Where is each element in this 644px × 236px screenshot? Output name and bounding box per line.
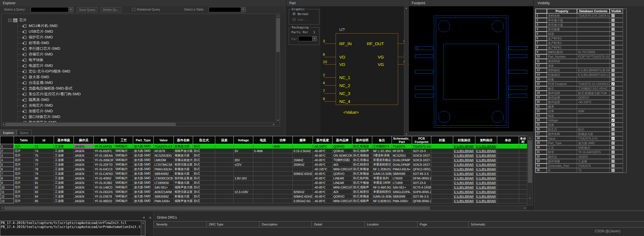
- table-cell[interactable]: E:\LIB\LIBRAR: [475, 190, 497, 194]
- table-cell[interactable]: 卧式;低噪声: [352, 149, 372, 153]
- checkbox-checked-icon[interactable]: ✓: [611, 96, 615, 99]
- table-cell[interactable]: [234, 181, 253, 185]
- table-cell[interactable]: NF:1.3/1.95G: [372, 149, 392, 153]
- table-row[interactable]: 13芯片85工业级JASENYF-IS-9BD22SMD贴片放大器-SMDPMA…: [0, 199, 527, 203]
- table-row[interactable]: 7芯片79工业级JASENYF-IS-CAF6DSMD贴片放大器-SMDSBB4…: [0, 171, 527, 176]
- table-cell[interactable]: [519, 181, 527, 185]
- row-number-cell[interactable]: 13: [0, 199, 14, 203]
- table-cell[interactable]: TGA2576-10-: [412, 144, 431, 149]
- table-cell[interactable]: 81: [34, 181, 54, 185]
- table-cell[interactable]: [215, 190, 234, 194]
- table-cell[interactable]: [519, 171, 527, 176]
- table-cell[interactable]: QFN8-0R66-3: [412, 199, 431, 203]
- results-column-header[interactable]: 工艺: [114, 136, 133, 144]
- table-cell[interactable]: JASEN: [74, 149, 94, 153]
- table-cell[interactable]: [215, 158, 234, 162]
- table-cell[interactable]: 卧式;低噪声: [352, 199, 372, 203]
- horizontal-splitter[interactable]: [0, 210, 644, 211]
- table-cell[interactable]: [273, 176, 293, 181]
- table-cell[interactable]: E:\LIB\LIBRAR: [475, 167, 497, 171]
- table-cell[interactable]: [431, 194, 453, 199]
- table-cell[interactable]: GAIN:15.5DB/: [372, 171, 392, 176]
- table-row[interactable]: 9芯片81工业级JASENYF-IS-3C9B2SMD贴片放大器-SMDLT18…: [0, 181, 527, 185]
- table-cell[interactable]: PMA3-83LN+: [392, 167, 412, 171]
- table-cell[interactable]: [215, 144, 234, 149]
- table-row[interactable]: 6芯片78工业级JASENYF-IS-64CC9SMD贴片放大器-SMDPMA3…: [0, 167, 527, 171]
- checkbox-checked-icon[interactable]: ✓: [611, 123, 615, 127]
- table-cell[interactable]: [519, 153, 527, 158]
- table-cell[interactable]: 77: [34, 162, 54, 167]
- tree-item[interactable]: 隔离器-SMD: [18, 97, 81, 103]
- scroll-left-icon[interactable]: ◄: [1, 123, 5, 126]
- table-cell[interactable]: [431, 181, 453, 185]
- table-cell[interactable]: [293, 167, 313, 171]
- table-cell[interactable]: [234, 185, 253, 190]
- table-cell[interactable]: 放大器-SMD: [133, 185, 154, 190]
- table-cell[interactable]: [273, 171, 293, 176]
- table-cell[interactable]: 射频放大器: [174, 194, 193, 199]
- table-cell[interactable]: SMD贴片: [114, 171, 133, 176]
- table-cell[interactable]: [497, 176, 519, 181]
- table-cell[interactable]: -40-85℃: [313, 185, 333, 190]
- table-row[interactable]: 8芯片80工业级JASENYF-IS-40902SMD贴片放大器-SMDLT60…: [0, 176, 527, 181]
- checkbox-checked-icon[interactable]: ✓: [611, 128, 615, 131]
- table-cell[interactable]: 卧式: [193, 144, 215, 149]
- table-cell[interactable]: [215, 149, 234, 153]
- chevron-down-icon[interactable]: ▼: [312, 36, 317, 41]
- row-number-cell[interactable]: 6: [0, 167, 14, 171]
- scroll-up-icon[interactable]: ▲: [141, 221, 145, 225]
- table-cell[interactable]: NF:1.3DB/2G: [372, 167, 392, 171]
- checkbox-checked-icon[interactable]: ✓: [611, 87, 615, 90]
- table-cell[interactable]: YF-IS-1BEAA: [94, 153, 114, 158]
- table-cell[interactable]: E:\LIB\LIBRAR: [453, 185, 475, 190]
- table-cell[interactable]: 卧式;射频放: [352, 167, 372, 171]
- table-cell[interactable]: LT1809: [392, 181, 412, 185]
- table-cell[interactable]: 卧式: [193, 153, 215, 158]
- table-cell[interactable]: DUALOPA8P: [392, 162, 412, 167]
- table-cell[interactable]: PMA-5456+: [154, 199, 174, 203]
- row-number-cell[interactable]: 9: [0, 181, 14, 185]
- table-cell[interactable]: [215, 162, 234, 167]
- tree-item[interactable]: 复位芯片/监控芯片/看门狗-SMD: [18, 91, 81, 97]
- table-cell[interactable]: 卧式;射频放: [352, 171, 372, 176]
- table-cell[interactable]: YF-IS-9BD22: [94, 199, 114, 203]
- checkbox-checked-icon[interactable]: ✓: [611, 37, 615, 40]
- table-cell[interactable]: ±2.3-±18V: [234, 190, 253, 194]
- table-cell[interactable]: [293, 144, 313, 149]
- checkbox-checked-icon[interactable]: ✓: [611, 55, 615, 58]
- table-cell[interactable]: [497, 153, 519, 158]
- table-cell[interactable]: [253, 158, 273, 162]
- scroll-right-icon[interactable]: ►: [272, 123, 276, 126]
- table-cell[interactable]: 音频运放放大: [174, 158, 193, 162]
- table-cell[interactable]: DUALOPA8P: [392, 158, 412, 162]
- table-cell[interactable]: 工业级: [54, 176, 74, 181]
- delete-query-button[interactable]: Delete Qu...: [101, 7, 122, 12]
- results-column-header[interactable]: 备注: [372, 136, 392, 144]
- results-column-header[interactable]: 卧立式: [193, 136, 215, 144]
- checkbox-checked-icon[interactable]: ✓: [611, 50, 615, 54]
- scrollbar-thumb[interactable]: [528, 140, 532, 183]
- table-cell[interactable]: 工业级: [54, 185, 74, 190]
- table-cell[interactable]: [253, 167, 273, 171]
- table-cell[interactable]: [497, 167, 519, 171]
- table-cell[interactable]: [519, 194, 527, 199]
- table-cell[interactable]: JASEN: [74, 153, 94, 158]
- table-cell[interactable]: NCS2553: [392, 153, 412, 158]
- table-cell[interactable]: 卧式;射频放: [352, 144, 372, 149]
- table-cell[interactable]: 芯片: [14, 190, 34, 194]
- table-cell[interactable]: -40-85℃: [313, 158, 333, 162]
- table-cell[interactable]: ±22V: [234, 162, 253, 167]
- table-cell[interactable]: SBB3089: [392, 194, 412, 199]
- table-cell[interactable]: [431, 176, 453, 181]
- table-cell[interactable]: [253, 181, 273, 185]
- table-cell[interactable]: [253, 190, 273, 194]
- table-cell[interactable]: [497, 190, 519, 194]
- table-cell[interactable]: YF-IS-306E3F: [94, 158, 114, 162]
- table-cell[interactable]: SMD贴片: [114, 162, 133, 167]
- table-cell[interactable]: YF-IS-652FC: [94, 149, 114, 153]
- table-cell[interactable]: DFN6-0R50-2: [412, 176, 431, 181]
- tree-item[interactable]: 存储芯片-SMD: [18, 51, 81, 57]
- table-cell[interactable]: [253, 144, 273, 149]
- table-cell[interactable]: E:\LIB\LIBRAR: [453, 199, 475, 203]
- checkbox-checked-icon[interactable]: ✓: [611, 109, 615, 113]
